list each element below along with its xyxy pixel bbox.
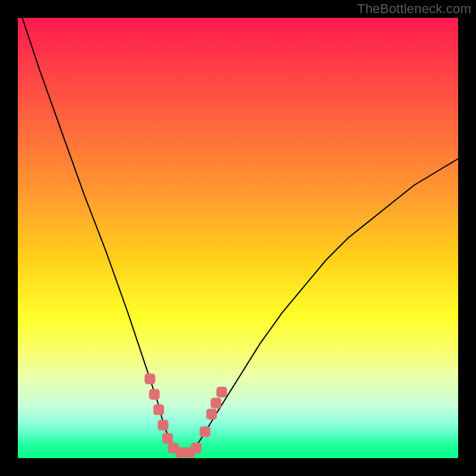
curve-marker [211, 398, 221, 409]
watermark-text: TheBottleneck.com [357, 1, 471, 17]
curve-marker [154, 405, 164, 415]
curve-marker [149, 389, 159, 400]
chart-svg [18, 18, 458, 458]
curve-marker [191, 443, 202, 453]
curve-marker [206, 409, 217, 419]
curve-marker [162, 433, 173, 444]
curve-marker [200, 427, 211, 437]
marker-group [145, 374, 227, 458]
curve-marker [217, 387, 227, 397]
bottleneck-curve [22, 18, 458, 454]
curve-marker [158, 420, 168, 431]
curve-marker [145, 374, 155, 384]
plot-area [18, 18, 458, 458]
chart-frame: TheBottleneck.com [0, 0, 476, 476]
